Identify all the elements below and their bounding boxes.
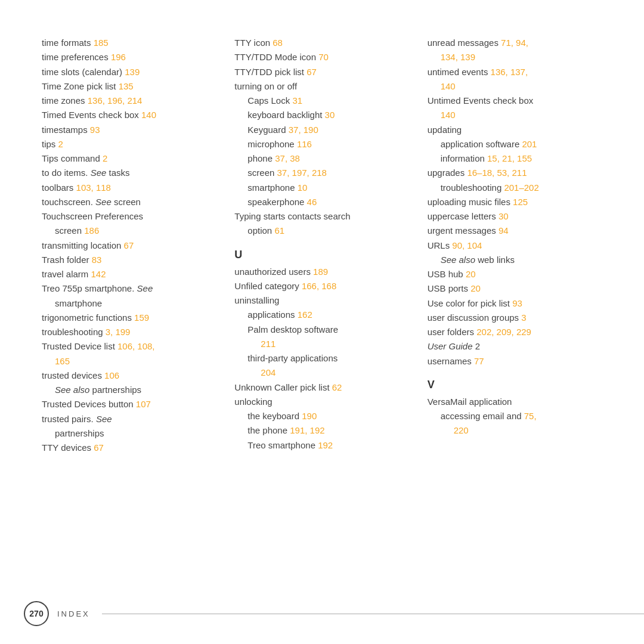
entry-tty-tdd-pick-list: TTY/TDD pick list 67 bbox=[234, 65, 409, 79]
entry-usernames: usernames 77 bbox=[428, 354, 602, 368]
entry-the-keyboard: the keyboard 190 bbox=[234, 409, 409, 423]
entry-screen: screen 37, 197, 218 bbox=[234, 166, 409, 179]
entry-urgent-messages: urgent messages 94 bbox=[428, 224, 602, 237]
entry-touchscreen-prefs-screen: screen 186 bbox=[42, 224, 216, 237]
entry-to-do-items: to do items. See tasks bbox=[42, 166, 216, 179]
entry-microphone: microphone 116 bbox=[234, 137, 409, 151]
entry-usb-hub: USB hub 20 bbox=[428, 267, 602, 281]
entry-versamail-num: 220 bbox=[428, 423, 602, 437]
entry-touchscreen: touchscreen. See screen bbox=[42, 195, 216, 209]
entry-palm-desktop-num: 211 bbox=[234, 337, 409, 351]
entry-time-zone-pick-list: Time Zone pick list 135 bbox=[42, 79, 216, 93]
entry-upgrades: upgrades 16–18, 53, 211 bbox=[428, 166, 602, 179]
page-number-circle: 270 bbox=[24, 601, 49, 626]
entry-upgrades-troubleshooting: troubleshooting 201–202 bbox=[428, 181, 602, 194]
section-u: U bbox=[234, 249, 409, 261]
entry-troubleshooting: troubleshooting 3, 199 bbox=[42, 325, 216, 339]
entry-unlocking: unlocking bbox=[234, 395, 409, 408]
entry-user-discussion-groups: user discussion groups 3 bbox=[428, 311, 602, 324]
entry-trig-functions: trigonometric functions 159 bbox=[42, 311, 216, 324]
entry-use-color: Use color for pick list 93 bbox=[428, 296, 602, 310]
entry-application-software: application software 201 bbox=[428, 137, 602, 151]
entry-untimed-events-check-box-num: 140 bbox=[428, 108, 602, 122]
entry-time-preferences: time preferences 196 bbox=[42, 50, 216, 64]
entry-phone: phone 37, 38 bbox=[234, 151, 409, 165]
index-columns: time formats 185 time preferences 196 ti… bbox=[42, 36, 602, 455]
entry-usb-ports: USB ports 20 bbox=[428, 281, 602, 295]
page-number: 270 bbox=[29, 609, 43, 618]
entry-unauthorized-users: unauthorized users 189 bbox=[234, 265, 409, 278]
entry-time-zones: time zones 136, 196, 214 bbox=[42, 94, 216, 107]
entry-untimed-events-check-box: Untimed Events check box bbox=[428, 94, 602, 107]
entry-trusted-device-list-cont: 165 bbox=[42, 354, 216, 368]
entry-third-party-apps: third-party applications bbox=[234, 351, 409, 365]
entry-timestamps: timestamps 93 bbox=[42, 123, 216, 137]
entry-versaMail: VersaMail application bbox=[428, 395, 602, 408]
entry-keyguard: Keyguard 37, 190 bbox=[234, 123, 409, 137]
entry-trash-folder: Trash folder 83 bbox=[42, 253, 216, 267]
entry-untimed-events-cont: 140 bbox=[428, 79, 602, 93]
column-3: unread messages 71, 94, 134, 139 untimed… bbox=[428, 36, 602, 455]
entry-tty-devices: TTY devices 67 bbox=[42, 441, 216, 454]
entry-tty-icon: TTY icon 68 bbox=[234, 36, 409, 49]
entry-trusted-pairs-partnerships: partnerships bbox=[42, 426, 216, 440]
entry-treo-755p-see: smartphone bbox=[42, 296, 216, 310]
entry-timed-events: Timed Events check box 140 bbox=[42, 108, 216, 122]
entry-toolbars: toolbars 103, 118 bbox=[42, 181, 216, 194]
entry-unknown-caller: Unknown Caller pick list 62 bbox=[234, 380, 409, 394]
entry-tty-tdd-mode-icon: TTY/TDD Mode icon 70 bbox=[234, 50, 409, 64]
entry-urls: URLs 90, 104 bbox=[428, 239, 602, 252]
entry-time-slots: time slots (calendar) 139 bbox=[42, 65, 216, 79]
entry-user-guide: User Guide 2 bbox=[428, 339, 602, 353]
entry-third-party-apps-num: 204 bbox=[234, 366, 409, 379]
entry-unread-messages: unread messages 71, 94, bbox=[428, 36, 602, 49]
entry-trusted-devices: trusted devices 106 bbox=[42, 369, 216, 382]
entry-speakerphone: speakerphone 46 bbox=[234, 195, 409, 209]
entry-touchscreen-prefs: Touchscreen Preferences bbox=[42, 209, 216, 223]
section-v: V bbox=[428, 379, 602, 391]
entry-applications: applications 162 bbox=[234, 308, 409, 321]
entry-uppercase-letters: uppercase letters 30 bbox=[428, 209, 602, 223]
entry-trusted-pairs: trusted pairs. See bbox=[42, 412, 216, 426]
entry-keyboard-backlight: keyboard backlight 30 bbox=[234, 108, 409, 122]
entry-unread-messages-cont: 134, 139 bbox=[428, 50, 602, 64]
entry-uploading-music: uploading music files 125 bbox=[428, 195, 602, 209]
entry-typing-starts-option: option 61 bbox=[234, 224, 409, 237]
entry-travel-alarm: travel alarm 142 bbox=[42, 267, 216, 281]
footer-label: INDEX bbox=[57, 609, 90, 618]
entry-trusted-devices-see-also: See also partnerships bbox=[42, 383, 216, 397]
entry-smartphone: smartphone 10 bbox=[234, 181, 409, 194]
entry-trusted-device-list: Trusted Device list 106, 108, bbox=[42, 339, 216, 353]
entry-versamail-accessing: accessing email and 75, bbox=[428, 409, 602, 423]
entry-user-folders: user folders 202, 209, 229 bbox=[428, 325, 602, 339]
column-1: time formats 185 time preferences 196 ti… bbox=[42, 36, 234, 455]
entry-urls-see-also: See also web links bbox=[428, 253, 602, 267]
entry-unfiled-category: Unfiled category 166, 168 bbox=[234, 279, 409, 293]
entry-caps-lock: Caps Lock 31 bbox=[234, 94, 409, 107]
entry-uninstalling: uninstalling bbox=[234, 293, 409, 307]
entry-trusted-devices-button: Trusted Devices button 107 bbox=[42, 397, 216, 411]
entry-time-formats: time formats 185 bbox=[42, 36, 216, 49]
entry-information: information 15, 21, 155 bbox=[428, 151, 602, 165]
entry-treo-755p: Treo 755p smartphone. See bbox=[42, 281, 216, 295]
entry-untimed-events: untimed events 136, 137, bbox=[428, 65, 602, 79]
entry-updating: updating bbox=[428, 123, 602, 137]
entry-tips-command: Tips command 2 bbox=[42, 151, 216, 165]
entry-tips: tips 2 bbox=[42, 137, 216, 151]
entry-treo-smartphone: Treo smartphone 192 bbox=[234, 438, 409, 452]
footer-divider bbox=[102, 614, 644, 614]
entry-typing-starts: Typing starts contacts search bbox=[234, 209, 409, 223]
entry-transmitting-location: transmitting location 67 bbox=[42, 239, 216, 252]
entry-the-phone: the phone 191, 192 bbox=[234, 423, 409, 437]
footer: 270 INDEX bbox=[0, 601, 644, 626]
entry-turning-on-or-off: turning on or off bbox=[234, 79, 409, 93]
column-2: TTY icon 68 TTY/TDD Mode icon 70 TTY/TDD… bbox=[234, 36, 427, 455]
page: time formats 185 time preferences 196 ti… bbox=[0, 0, 644, 644]
entry-palm-desktop: Palm desktop software bbox=[234, 323, 409, 336]
